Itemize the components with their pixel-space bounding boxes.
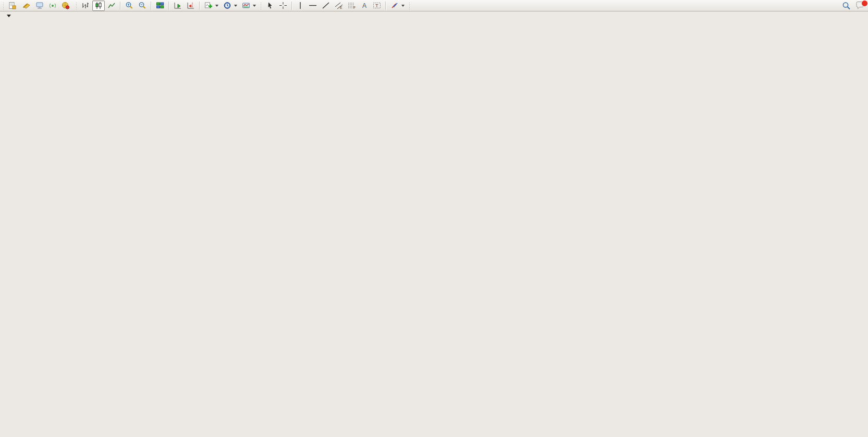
text-icon: A xyxy=(361,2,368,9)
search-button[interactable] xyxy=(840,1,853,11)
cursor-button[interactable] xyxy=(264,1,276,11)
chart-shift-icon xyxy=(187,2,195,9)
toolbar-grip[interactable] xyxy=(408,2,411,10)
templates-button[interactable] xyxy=(240,1,258,11)
auto-scroll-icon xyxy=(174,2,182,9)
line-chart-icon xyxy=(107,2,116,9)
toolbar-grip[interactable] xyxy=(75,2,78,10)
templates-dropdown-caret[interactable] xyxy=(253,5,256,7)
terminal-button[interactable] xyxy=(33,1,46,11)
toolbar-grip[interactable] xyxy=(260,2,262,10)
publish-button[interactable] xyxy=(20,1,33,11)
toolbar-separator xyxy=(120,2,121,10)
autotrading-button[interactable] xyxy=(59,1,74,11)
vertical-line-icon xyxy=(297,2,304,9)
clock-icon xyxy=(223,2,231,9)
svg-text:E: E xyxy=(340,6,343,9)
trendline-button[interactable] xyxy=(320,1,332,11)
arrows-button[interactable] xyxy=(388,1,407,11)
toolbar-separator xyxy=(168,2,169,10)
text-label-icon: T xyxy=(373,2,381,9)
svg-text:A: A xyxy=(362,2,366,9)
collapse-chart-icon[interactable] xyxy=(7,15,11,17)
arrows-dropdown-caret[interactable] xyxy=(401,5,405,7)
fibonacci-button[interactable]: F xyxy=(346,1,358,11)
svg-text:F: F xyxy=(353,6,356,9)
signal-icon xyxy=(48,2,57,9)
toolbar-separator xyxy=(385,2,386,10)
zoom-out-icon xyxy=(138,2,146,9)
horizontal-line-button[interactable] xyxy=(307,1,319,11)
toolbar-separator xyxy=(151,2,152,10)
zoom-in-button[interactable] xyxy=(123,1,136,11)
signals-button[interactable] xyxy=(46,1,59,11)
new-order-icon xyxy=(8,2,16,9)
main-toolbar: E F A T xyxy=(0,0,868,11)
cursor-icon xyxy=(266,2,274,9)
new-order-button[interactable] xyxy=(6,1,20,11)
equidistant-channel-icon: E xyxy=(335,2,343,9)
zoom-out-button[interactable] xyxy=(136,1,149,11)
template-icon xyxy=(242,2,250,9)
notification-badge xyxy=(861,0,868,7)
fibonacci-icon: F xyxy=(348,2,356,9)
horizontal-line-icon xyxy=(309,2,317,9)
mt4-terminal: { "toolbar": { "new_order": "新订单", "auto… xyxy=(0,0,868,437)
toolbar-separator xyxy=(291,2,292,10)
bar-chart-icon xyxy=(81,2,90,9)
chart-shift-button[interactable] xyxy=(185,1,197,11)
indicators-icon xyxy=(204,2,213,9)
search-icon xyxy=(842,2,851,10)
bar-chart-button[interactable] xyxy=(79,1,92,11)
auto-scroll-button[interactable] xyxy=(172,1,184,11)
trendline-icon xyxy=(322,2,330,9)
toolbar-grip[interactable] xyxy=(2,2,5,10)
monitor-icon xyxy=(35,2,44,9)
arrows-icon xyxy=(390,2,399,9)
chat-button[interactable] xyxy=(853,1,867,11)
autotrading-icon xyxy=(62,2,70,9)
periods-dropdown-caret[interactable] xyxy=(234,5,237,7)
tile-windows-button[interactable] xyxy=(154,1,166,11)
text-button[interactable]: A xyxy=(359,1,370,11)
crosshair-button[interactable] xyxy=(277,1,289,11)
line-chart-button[interactable] xyxy=(105,1,118,11)
toolbar-separator xyxy=(199,2,200,10)
text-label-button[interactable]: T xyxy=(371,1,383,11)
candle-chart-button[interactable] xyxy=(92,1,105,11)
candle-chart-icon xyxy=(94,2,103,9)
vertical-line-button[interactable] xyxy=(295,1,306,11)
crosshair-icon xyxy=(279,2,287,9)
chart-canvas[interactable] xyxy=(0,0,868,437)
tile-windows-icon xyxy=(156,2,164,9)
chart-title xyxy=(7,15,17,17)
gold-book-icon xyxy=(22,2,31,9)
indicators-dropdown-caret[interactable] xyxy=(215,5,218,7)
zoom-in-icon xyxy=(125,2,133,9)
periods-button[interactable] xyxy=(221,1,239,11)
indicators-button[interactable] xyxy=(202,1,221,11)
svg-text:T: T xyxy=(375,3,378,8)
equidistant-channel-button[interactable]: E xyxy=(333,1,345,11)
